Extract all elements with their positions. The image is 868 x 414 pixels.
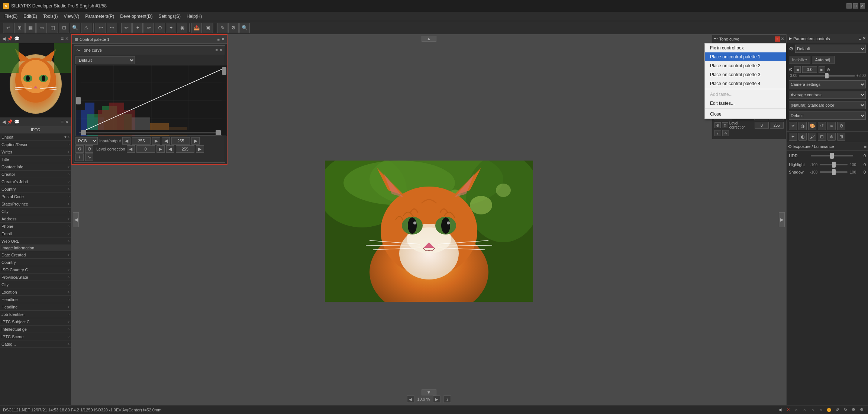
menu-edit[interactable]: Edit(E)	[20, 12, 40, 21]
status-circle3-icon[interactable]: ○	[809, 407, 816, 413]
lc-val2[interactable]: 255	[176, 145, 194, 153]
tcf-tool1[interactable]: ⚙	[714, 122, 721, 128]
minimize-button[interactable]: ─	[846, 3, 852, 9]
curve-smooth-tool[interactable]: ∿	[85, 153, 93, 161]
hdr-thumb[interactable]	[830, 153, 834, 159]
status-redo-icon[interactable]: ↻	[842, 407, 849, 413]
cm-place-palette3[interactable]: Place on control palette 3	[705, 70, 786, 79]
initialize-button[interactable]: Initialize	[789, 56, 810, 64]
zoom-out-button[interactable]: ◀	[407, 395, 414, 403]
default-select[interactable]: Default	[789, 111, 866, 120]
tcf-menu-red-icon[interactable]: ≡	[775, 36, 780, 42]
auto-adj-button[interactable]: Auto adj.	[812, 56, 835, 64]
left-nav-menu[interactable]: ≡	[61, 119, 64, 124]
tool-sun-icon[interactable]: ☀	[789, 122, 797, 130]
status-circle2-icon[interactable]: ○	[801, 407, 808, 413]
cm-edit-tastes[interactable]: Edit tastes...	[705, 99, 786, 108]
lc-val1[interactable]: 0	[136, 145, 155, 153]
toolbar-grid3[interactable]: ▣	[203, 23, 213, 33]
toolbar-grid1[interactable]: ⊞	[14, 23, 25, 33]
left-nav-chat[interactable]: 💬	[14, 119, 20, 124]
tool-tone-icon[interactable]: ◐	[798, 133, 807, 141]
tool-wand-icon[interactable]: ✦	[789, 133, 797, 141]
hdr-track[interactable]	[811, 155, 853, 156]
lc-arrow-right2[interactable]: ▶	[196, 145, 204, 153]
toolbar-warn[interactable]: ⚠	[81, 23, 91, 33]
status-gear2-icon[interactable]: ⚙	[858, 407, 865, 413]
toolbar-undo[interactable]: ↩	[96, 23, 106, 33]
ev-slider-thumb[interactable]	[825, 73, 829, 78]
io-val1[interactable]: 255	[132, 137, 151, 145]
hl-thumb[interactable]	[832, 162, 836, 168]
tc-close-icon[interactable]: ✕	[219, 48, 223, 53]
cc-arrow-left2[interactable]: ◀	[162, 137, 170, 145]
close-button[interactable]: ✕	[860, 3, 865, 9]
preset-select[interactable]: Default	[795, 45, 866, 53]
lc-arrow-left2[interactable]: ◀	[166, 145, 174, 153]
cp1-close-icon[interactable]: ✕	[221, 37, 225, 42]
image-nav-top[interactable]: ▲	[422, 36, 436, 42]
image-nav-left[interactable]: ◀	[73, 212, 79, 227]
cc-arrow-right2[interactable]: ▶	[191, 137, 200, 145]
curve-line-tool[interactable]: /	[75, 153, 84, 161]
toolbar-settings[interactable]: ⚙	[228, 23, 239, 33]
ev-right-btn[interactable]: ▶	[819, 66, 825, 73]
image-info-button[interactable]: ℹ	[443, 395, 451, 403]
cm-place-palette4[interactable]: Place on control palette 4	[705, 79, 786, 88]
menu-file[interactable]: File(E)	[1, 12, 20, 21]
toolbar-develop[interactable]: ✏	[121, 23, 132, 33]
rgb-channel-select[interactable]: RGB	[75, 137, 98, 145]
toolbar-pencil[interactable]: ✎	[217, 23, 228, 33]
status-circle1-icon[interactable]: ○	[793, 407, 800, 413]
status-dot-icon[interactable]: ⬤	[826, 407, 832, 413]
toolbar-single[interactable]: ▭	[36, 23, 47, 33]
cm-fix-control[interactable]: Fix in control box	[705, 43, 786, 52]
cm-close[interactable]: Close	[705, 110, 786, 119]
menu-settings[interactable]: Settings(S)	[156, 12, 184, 21]
toolbar-search2[interactable]: 🔍	[239, 23, 250, 33]
toolbar-back[interactable]: ↩	[3, 23, 13, 33]
rp-close-icon[interactable]: ✕	[862, 36, 866, 41]
ev-reset-icon[interactable]: ⊙	[827, 67, 830, 72]
cc-arrow-right[interactable]: ▶	[152, 137, 160, 145]
left-nav-arrow[interactable]: ◀	[2, 119, 6, 124]
toolbar-edit2[interactable]: ✏	[143, 23, 154, 33]
toolbar-dual[interactable]: ◫	[48, 23, 58, 33]
io-val2[interactable]: 255	[171, 137, 190, 145]
left-nav-pin[interactable]: 📌	[7, 119, 13, 124]
menu-help[interactable]: Help(H)	[184, 12, 205, 21]
tool-more-icon[interactable]: ⊞	[837, 133, 845, 141]
left-panel-menu-icon[interactable]: ≡	[61, 36, 64, 41]
camera-settings-select[interactable]: Camera settings	[789, 80, 866, 88]
menu-parameters[interactable]: Parameters(P)	[82, 12, 117, 21]
tc-menu-icon[interactable]: ≡	[216, 48, 218, 52]
left-panel-pin-icon[interactable]: 📌	[7, 36, 13, 41]
toolbar-circle[interactable]: ⊙	[155, 23, 165, 33]
status-gear1-icon[interactable]: ⚙	[850, 407, 857, 413]
contrast-select[interactable]: Average contrast	[789, 91, 866, 99]
tool-rotate-icon[interactable]: ↺	[818, 122, 826, 130]
menu-view[interactable]: View(V)	[61, 12, 82, 21]
menu-tools[interactable]: Tools(I)	[40, 12, 61, 21]
tool-color-icon[interactable]: 🎨	[808, 122, 816, 130]
toolbar-redo[interactable]: ↪	[107, 23, 117, 33]
cp1-menu-icon[interactable]: ≡	[217, 37, 220, 42]
maximize-button[interactable]: □	[853, 3, 858, 9]
toolbar-diamond[interactable]: ✦	[166, 23, 176, 33]
cm-place-palette2[interactable]: Place on control palette 2	[705, 61, 786, 70]
status-undo-icon[interactable]: ↺	[834, 407, 840, 413]
toolbar-radio[interactable]: ◉	[177, 23, 187, 33]
lc-arrow-left[interactable]: ◀	[127, 145, 135, 153]
tool-contrast-icon[interactable]: ◑	[798, 122, 807, 130]
rp-menu-icon[interactable]: ≡	[859, 36, 861, 41]
curve-tool2[interactable]: ⚙	[85, 145, 93, 153]
tool-fish-icon[interactable]: ⊕	[827, 133, 836, 141]
tcf-line-tool[interactable]: /	[714, 130, 721, 136]
zoom-in-button[interactable]: ▶	[433, 395, 441, 403]
toolbar-fit[interactable]: ⊡	[59, 23, 69, 33]
tool-settings2-icon[interactable]: ⚙	[837, 122, 845, 130]
sh-thumb[interactable]	[832, 169, 836, 175]
tcf-smooth-tool[interactable]: ∿	[722, 130, 729, 136]
tool-brush-icon[interactable]: 🖌	[808, 133, 816, 141]
curve-preset-dropdown[interactable]: Default	[75, 56, 135, 64]
